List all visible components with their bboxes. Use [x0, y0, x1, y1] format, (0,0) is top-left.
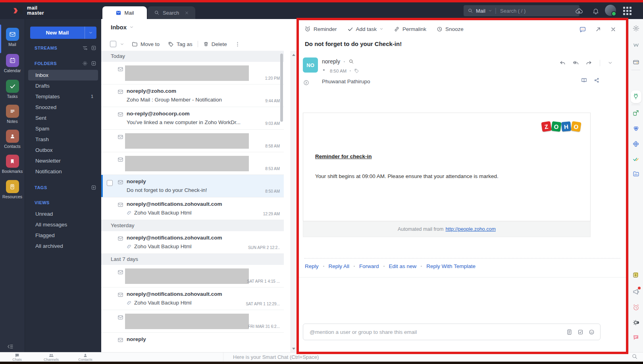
reply-link[interactable]: Reply: [305, 263, 319, 269]
email-row-partial[interactable]: noreply: [101, 333, 284, 353]
tab-mail[interactable]: Mail: [102, 6, 147, 19]
sidebar-item-newsletter[interactable]: Newsletter: [28, 155, 98, 166]
tasks-pencil-icon[interactable]: [629, 155, 643, 163]
footer-link[interactable]: http://people.zoho.com: [445, 226, 495, 232]
reminders-alarm-icon[interactable]: [629, 304, 643, 311]
select-all-checkbox[interactable]: [110, 41, 116, 47]
email-row[interactable]: no-reply@zohocorp.com You've linked a ne…: [101, 107, 284, 130]
select-options-chevron-icon[interactable]: [120, 42, 124, 46]
email-row-redacted[interactable]: 8:53 AM: [101, 152, 284, 175]
integrations-clover-icon[interactable]: [629, 140, 643, 148]
user-avatar[interactable]: [605, 5, 616, 16]
scroll-down-arrow[interactable]: [292, 348, 295, 350]
emoji-smiley-icon[interactable]: [589, 329, 595, 335]
more-options-icon[interactable]: [235, 41, 241, 47]
reply-all-link[interactable]: Reply All: [329, 263, 350, 269]
rail-item-contacts[interactable]: Contacts: [0, 130, 25, 149]
email-row[interactable]: noreply@zoho.com Zoho Mail : Group Membe…: [101, 84, 284, 107]
comments-icon[interactable]: [579, 26, 586, 33]
reply-with-template-link[interactable]: Reply With Template: [426, 263, 476, 269]
scroll-up-arrow[interactable]: [292, 54, 295, 56]
settings-gear-icon[interactable]: [629, 25, 643, 32]
contacts-button[interactable]: Contacts: [73, 353, 98, 362]
add-stream-icon[interactable]: [91, 45, 96, 51]
plug-addon-icon[interactable]: [629, 93, 643, 100]
more-reply-options-chevron-icon[interactable]: [608, 60, 613, 65]
analytics-folder-icon[interactable]: [629, 171, 643, 177]
rail-item-resources[interactable]: Resources: [0, 180, 25, 199]
sender-name[interactable]: noreply: [322, 58, 340, 65]
sidebar-item-templates[interactable]: Templates1: [28, 91, 98, 102]
snooze-button[interactable]: Snooze: [437, 26, 464, 32]
sidebar-item-trash[interactable]: Trash: [28, 134, 98, 145]
email-row-redacted[interactable]: SAT APR 1 4:15 ...: [101, 265, 284, 287]
email-row-selected[interactable]: noreply Do not forget to do your Check-i…: [101, 175, 284, 197]
theme-toggle-icon[interactable]: [629, 319, 643, 326]
reply-icon[interactable]: [559, 59, 566, 66]
sticky-note-icon[interactable]: [629, 271, 643, 278]
app-grid-icon[interactable]: [623, 7, 631, 15]
tag-as-button[interactable]: Tag as: [168, 41, 193, 47]
announcements-megaphone-icon[interactable]: [629, 288, 643, 295]
email-row-redacted[interactable]: 1:20 PM: [101, 62, 284, 84]
note-doc-icon[interactable]: [566, 329, 572, 335]
chats-button[interactable]: Chats: [5, 353, 29, 362]
recipient-name[interactable]: Phuwanat Pathirupo: [322, 79, 370, 84]
open-in-new-icon[interactable]: [595, 26, 601, 33]
row-checkbox[interactable]: [107, 180, 113, 186]
new-mail-button[interactable]: New Mail: [30, 27, 96, 39]
sidebar-item-outbox[interactable]: Outbox: [28, 145, 98, 155]
sidebar-item-drafts[interactable]: Drafts: [28, 80, 98, 91]
delete-button[interactable]: Delete: [203, 41, 227, 47]
folder-settings-gear-icon[interactable]: [82, 61, 88, 66]
filter-icon[interactable]: [82, 45, 88, 51]
reply-all-icon[interactable]: [572, 59, 579, 66]
collapse-sidebar-icon[interactable]: [6, 343, 14, 350]
share-export-icon[interactable]: [629, 109, 643, 117]
cloud-sync-icon[interactable]: [575, 7, 583, 15]
search-sender-icon[interactable]: [348, 59, 354, 64]
forward-icon[interactable]: [585, 59, 592, 66]
crm-rings-icon[interactable]: [629, 125, 643, 132]
mention-input[interactable]: [309, 329, 561, 335]
rail-item-notes[interactable]: Notes: [0, 105, 25, 124]
permalink-button[interactable]: Permalink: [394, 26, 426, 32]
search-scope-selector[interactable]: Mail: [476, 8, 485, 14]
rail-item-tasks[interactable]: Tasks: [0, 80, 25, 99]
sidebar-item-flagged[interactable]: Flagged: [28, 230, 98, 241]
channels-button[interactable]: Channels: [39, 353, 64, 362]
wallet-icon[interactable]: [629, 59, 643, 65]
sidebar-item-all-messages[interactable]: All messages: [28, 219, 98, 230]
close-tab-icon[interactable]: [185, 11, 189, 15]
sidebar-item-sent[interactable]: Sent: [28, 113, 98, 123]
forward-link[interactable]: Forward: [359, 263, 379, 269]
reader-mode-book-icon[interactable]: [581, 77, 587, 83]
tab-search[interactable]: Search: [148, 6, 195, 19]
search-input[interactable]: [499, 8, 576, 14]
add-task-button[interactable]: Add task: [347, 26, 384, 32]
add-folder-icon[interactable]: [91, 61, 96, 66]
move-to-button[interactable]: Move to: [132, 41, 160, 47]
global-search[interactable]: Mail |: [464, 5, 579, 16]
sidebar-item-notification[interactable]: Notification: [28, 166, 98, 177]
sidebar-item-inbox[interactable]: Inbox: [28, 70, 98, 80]
notifications-bell-icon[interactable]: [592, 8, 599, 15]
close-icon[interactable]: [610, 26, 616, 33]
folder-title-dropdown[interactable]: Inbox: [111, 24, 134, 31]
attachments-icon[interactable]: [629, 42, 643, 49]
email-row[interactable]: noreply@notifications.zohovault.com Zoho…: [101, 287, 284, 310]
new-mail-dropdown[interactable]: [85, 27, 96, 39]
share-icon[interactable]: [594, 77, 600, 83]
sidebar-item-snoozed[interactable]: Snoozed: [28, 102, 98, 113]
smart-chat-input[interactable]: [232, 354, 472, 360]
sidebar-item-unread[interactable]: Unread: [28, 209, 98, 219]
scrollbar-track[interactable]: [291, 51, 297, 353]
rail-item-mail[interactable]: Mail: [0, 28, 25, 47]
list-scrollbar-thumb[interactable]: [280, 54, 283, 122]
flag-icon[interactable]: [322, 69, 327, 73]
email-row-redacted[interactable]: FRI MAR 31 6:2...: [101, 310, 284, 333]
feedback-chat-icon[interactable]: [629, 334, 643, 341]
sidebar-item-spam[interactable]: Spam: [28, 123, 98, 134]
reminder-button[interactable]: Reminder: [304, 26, 337, 32]
edit-as-new-link[interactable]: Edit as new: [389, 263, 417, 269]
